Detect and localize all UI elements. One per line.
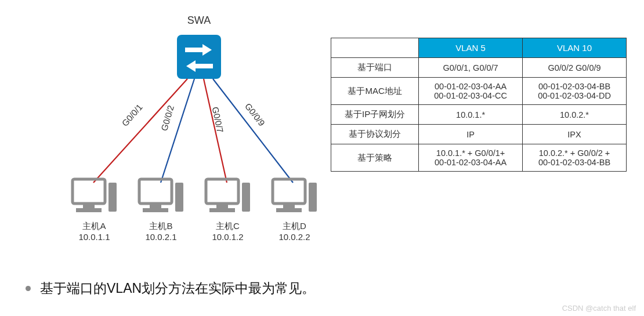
computer-icon [70,177,119,217]
svg-rect-9 [108,183,117,212]
host-ip: 10.0.1.1 [78,232,110,242]
computer-icon [270,177,319,217]
svg-rect-11 [150,204,161,208]
host-ip: 10.0.2.2 [278,232,310,242]
watermark: CSDN @catch that elf [562,304,636,313]
svg-rect-17 [242,183,250,212]
svg-rect-13 [175,183,183,212]
bullet-line: 基于端口的VLAN划分方法在实际中最为常见。 [26,279,315,297]
host-ip: 10.0.2.1 [145,232,176,242]
cell: 00-01-02-03-04-AA00-01-02-03-04-CC [419,78,523,105]
row-head: 基于端口 [331,58,419,78]
table-row: 基于端口 G0/0/1, G0/0/7 G0/0/2 G0/0/9 [331,58,627,78]
svg-rect-19 [283,204,295,208]
row-head: 基于策略 [331,144,419,172]
row-head: 基于IP子网划分 [331,105,419,125]
header-blank [331,38,419,58]
cell: G0/0/1, G0/0/7 [419,58,523,78]
hosts-row: 主机A 10.0.1.1 主机B 10.0.2.1 主机C 10.0.1.2 [67,177,322,242]
table-header-row: VLAN 5 VLAN 10 [331,38,627,58]
svg-rect-16 [209,208,235,212]
table-row: 基于策略 10.0.1.* + G0/0/1+00-01-02-03-04-AA… [331,144,627,172]
svg-rect-18 [273,179,305,204]
cell: 10.0.2.* + G0/0/2 +00-01-02-03-04-BB [523,144,627,172]
host-c: 主机C 10.0.1.2 [200,177,255,242]
cell: IPX [523,125,627,144]
svg-line-2 [93,79,187,183]
header-vlan10: VLAN 10 [523,38,627,58]
svg-rect-6 [73,179,105,204]
host-label: 主机A [82,221,106,232]
cell: IP [419,125,523,144]
row-head: 基于协议划分 [331,125,419,144]
table-row: 基于协议划分 IP IPX [331,125,627,144]
row-head: 基于MAC地址 [331,78,419,105]
computer-icon [204,177,252,217]
host-b: 主机B 10.0.2.1 [133,177,189,242]
cell: 00-01-02-03-04-BB00-01-02-03-04-DD [523,78,627,105]
network-diagram: SWA G0/0/1 G0/0/2 G0/0/7 G0/0/9 主机A 10.0… [32,9,322,252]
computer-icon [137,177,186,217]
host-label: 主机C [216,221,240,232]
host-label: 主机D [283,221,306,232]
svg-rect-20 [276,208,302,212]
svg-rect-15 [216,204,228,208]
svg-rect-8 [76,208,102,212]
svg-rect-12 [143,208,168,212]
cell: 10.0.1.* + G0/0/1+00-01-02-03-04-AA [419,144,523,172]
svg-rect-21 [309,183,317,212]
host-ip: 10.0.1.2 [212,232,243,242]
host-label: 主机B [149,221,172,232]
svg-rect-10 [139,179,172,204]
cell: 10.0.2.* [523,105,627,125]
host-d: 主机D 10.0.2.2 [267,177,322,242]
table-row: 基于IP子网划分 10.0.1.* 10.0.2.* [331,105,627,125]
vlan-table: VLAN 5 VLAN 10 基于端口 G0/0/1, G0/0/7 G0/0/… [331,38,627,172]
host-a: 主机A 10.0.1.1 [67,177,122,242]
cell: G0/0/2 G0/0/9 [523,58,627,78]
svg-rect-14 [206,179,238,204]
bullet-text: 基于端口的VLAN划分方法在实际中最为常见。 [40,279,315,297]
bullet-icon [26,286,31,291]
cell: 10.0.1.* [419,105,523,125]
table-row: 基于MAC地址 00-01-02-03-04-AA00-01-02-03-04-… [331,78,627,105]
svg-rect-7 [83,204,95,208]
header-vlan5: VLAN 5 [419,38,523,58]
